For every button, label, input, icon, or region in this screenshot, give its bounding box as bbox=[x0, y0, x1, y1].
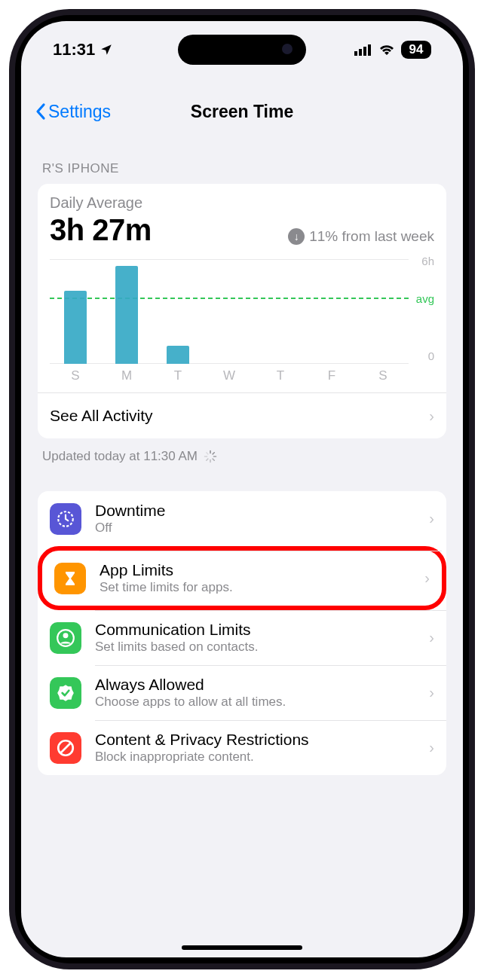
svg-rect-3 bbox=[368, 44, 371, 56]
avg-label: avg bbox=[416, 292, 434, 305]
day-label: S bbox=[357, 368, 409, 383]
menu-item-title: Content & Privacy Restrictions bbox=[95, 731, 429, 749]
y-axis-zero: 0 bbox=[428, 350, 434, 362]
bar bbox=[64, 291, 87, 364]
svg-line-16 bbox=[61, 743, 71, 753]
updated-row: Updated today at 11:30 AM bbox=[38, 438, 446, 464]
daily-average-card[interactable]: Daily Average 3h 27m ↓ 11% from last wee… bbox=[38, 184, 446, 438]
svg-point-14 bbox=[63, 633, 69, 638]
battery-level: 94 bbox=[401, 41, 431, 59]
spinner-icon bbox=[204, 450, 217, 463]
svg-rect-1 bbox=[359, 49, 362, 56]
bar bbox=[167, 346, 189, 364]
updated-text: Updated today at 11:30 AM bbox=[42, 449, 198, 464]
page-title: Screen Time bbox=[21, 102, 463, 122]
hourglass-icon bbox=[54, 563, 86, 594]
day-label: W bbox=[204, 368, 255, 383]
day-label: F bbox=[306, 368, 357, 383]
bar-slot bbox=[357, 255, 409, 364]
bar-slot bbox=[101, 255, 152, 364]
nosign-icon bbox=[50, 732, 81, 764]
wifi-icon bbox=[378, 44, 395, 56]
see-all-activity-button[interactable]: See All Activity › bbox=[38, 393, 446, 438]
menu-item-downtime[interactable]: DowntimeOff› bbox=[38, 491, 446, 546]
svg-line-7 bbox=[213, 459, 214, 460]
bar-slot bbox=[152, 255, 204, 364]
chevron-right-icon: › bbox=[429, 739, 434, 756]
menu-item-communication-limits[interactable]: Communication LimitsSet limits based on … bbox=[38, 610, 446, 665]
trend-text: 11% from last week bbox=[309, 228, 434, 245]
chevron-right-icon: › bbox=[424, 569, 430, 587]
daily-average-label: Daily Average bbox=[50, 194, 434, 212]
chevron-right-icon: › bbox=[429, 629, 434, 646]
day-label: S bbox=[50, 368, 101, 383]
trend-indicator: ↓ 11% from last week bbox=[288, 228, 434, 245]
y-axis-max: 6h bbox=[421, 255, 434, 267]
menu-item-content-privacy-restrictions[interactable]: Content & Privacy RestrictionsBlock inap… bbox=[38, 720, 446, 775]
arrow-down-icon: ↓ bbox=[288, 228, 305, 245]
menu-item-always-allowed[interactable]: Always AllowedChoose apps to allow at al… bbox=[38, 665, 446, 720]
chevron-right-icon: › bbox=[429, 408, 434, 425]
daily-average-value: 3h 27m bbox=[50, 213, 152, 247]
svg-line-9 bbox=[207, 459, 208, 460]
menu-item-title: Always Allowed bbox=[95, 676, 429, 694]
menu-item-subtitle: Choose apps to allow at all times. bbox=[95, 695, 429, 710]
svg-line-11 bbox=[207, 453, 208, 454]
see-all-label: See All Activity bbox=[50, 407, 153, 425]
usage-chart: 6h avg 0 SMTWTFS bbox=[50, 255, 434, 386]
menu-item-subtitle: Set limits based on contacts. bbox=[95, 640, 429, 655]
check-icon bbox=[50, 677, 81, 709]
menu-item-subtitle: Block inappropriate content. bbox=[95, 750, 429, 765]
status-time: 11:31 bbox=[53, 40, 95, 60]
menu-item-title: Downtime bbox=[95, 502, 429, 520]
menu-item-app-limits[interactable]: App LimitsSet time limits for apps.› bbox=[38, 546, 446, 610]
settings-menu: DowntimeOff›App LimitsSet time limits fo… bbox=[38, 491, 446, 775]
menu-item-subtitle: Off bbox=[95, 521, 429, 536]
dynamic-island bbox=[178, 35, 306, 65]
day-label: M bbox=[101, 368, 152, 383]
bar-slot bbox=[50, 255, 101, 364]
day-label: T bbox=[152, 368, 204, 383]
location-icon bbox=[100, 43, 113, 56]
nav-header: Settings Screen Time bbox=[21, 90, 463, 133]
bar-slot bbox=[255, 255, 306, 364]
clock-icon bbox=[50, 503, 81, 535]
svg-rect-2 bbox=[363, 47, 366, 56]
person-icon bbox=[50, 622, 81, 654]
menu-item-title: App Limits bbox=[100, 561, 424, 579]
bar-slot bbox=[306, 255, 357, 364]
menu-item-title: Communication Limits bbox=[95, 621, 429, 639]
section-header: R'S IPHONE bbox=[38, 142, 446, 184]
day-label: T bbox=[255, 368, 306, 383]
home-indicator[interactable] bbox=[182, 945, 302, 950]
cellular-icon bbox=[354, 44, 372, 56]
chevron-right-icon: › bbox=[429, 684, 434, 701]
svg-line-5 bbox=[213, 453, 214, 454]
menu-item-subtitle: Set time limits for apps. bbox=[100, 580, 424, 595]
bar bbox=[115, 266, 138, 365]
bar-slot bbox=[204, 255, 255, 364]
chevron-right-icon: › bbox=[429, 510, 434, 527]
svg-rect-0 bbox=[354, 51, 357, 56]
